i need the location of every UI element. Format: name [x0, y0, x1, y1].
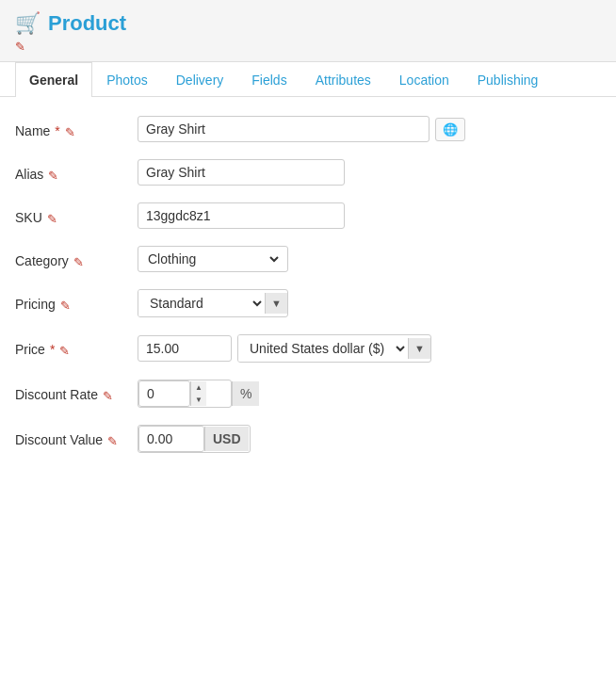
discount-rate-label: Discount Rate ✎ [15, 380, 138, 403]
discount-rate-spinners: ▲ ▼ [190, 381, 206, 406]
sku-row: SKU ✎ [15, 202, 601, 229]
currency-select-wrap[interactable]: United States dollar ($) ▼ [237, 334, 431, 363]
page-title: Product [48, 11, 126, 36]
cart-icon: 🛒 [15, 11, 41, 36]
name-field: 🌐 [138, 116, 601, 142]
sku-label: SKU ✎ [15, 202, 138, 226]
name-required: * [55, 123, 59, 138]
pricing-row: Pricing ✎ Standard ▼ [15, 289, 601, 317]
sku-edit-icon[interactable]: ✎ [47, 212, 57, 226]
alias-field [138, 159, 601, 186]
category-edit-icon[interactable]: ✎ [73, 255, 84, 269]
tab-location[interactable]: Location [385, 62, 463, 97]
pricing-arrow-icon: ▼ [265, 293, 287, 314]
alias-edit-icon[interactable]: ✎ [48, 169, 58, 183]
form-body: Name * ✎ 🌐 Alias ✎ SKU ✎ [0, 97, 616, 489]
discount-value-wrap: USD [138, 425, 251, 453]
alias-label: Alias ✎ [15, 159, 138, 183]
discount-value-field: USD [138, 425, 601, 453]
discount-rate-row: Discount Rate ✎ ▲ ▼ % [15, 380, 601, 408]
pricing-edit-icon[interactable]: ✎ [60, 299, 71, 313]
price-edit-icon[interactable]: ✎ [59, 344, 70, 358]
tabs-bar: General Photos Delivery Fields Attribute… [0, 62, 616, 97]
category-field: Clothing [138, 246, 601, 272]
tab-general[interactable]: General [15, 62, 92, 97]
currency-arrow-icon: ▼ [408, 338, 430, 359]
tab-fields[interactable]: Fields [237, 62, 300, 97]
price-input-row: United States dollar ($) ▼ [138, 334, 601, 363]
discount-value-input[interactable] [138, 426, 204, 452]
translate-button[interactable]: 🌐 [435, 118, 465, 141]
sku-input[interactable] [138, 202, 345, 229]
discount-rate-edit-icon[interactable]: ✎ [103, 389, 113, 403]
discount-value-label: Discount Value ✎ [15, 425, 138, 448]
tab-photos[interactable]: Photos [92, 62, 162, 97]
pricing-field: Standard ▼ [138, 289, 601, 317]
discount-rate-wrap: ▲ ▼ [138, 380, 232, 408]
name-label: Name * ✎ [15, 116, 138, 139]
page-header: 🛒 Product ✎ [0, 0, 616, 62]
category-label: Category ✎ [15, 246, 138, 269]
price-input[interactable] [138, 335, 232, 362]
price-field: United States dollar ($) ▼ [138, 334, 601, 363]
percent-label: % [232, 381, 259, 406]
alias-row: Alias ✎ [15, 159, 601, 186]
price-label: Price * ✎ [15, 334, 138, 358]
name-edit-icon[interactable]: ✎ [65, 125, 75, 139]
discount-rate-down-btn[interactable]: ▼ [191, 394, 206, 406]
currency-select[interactable]: United States dollar ($) [238, 335, 408, 362]
alias-input[interactable] [138, 159, 345, 186]
sku-field [138, 202, 601, 229]
pricing-label: Pricing ✎ [15, 289, 138, 313]
pricing-select-wrap[interactable]: Standard ▼ [138, 289, 288, 317]
price-row: Price * ✎ United States dollar ($) ▼ [15, 334, 601, 363]
pricing-select[interactable]: Standard [138, 290, 265, 316]
header-edit-icon[interactable]: ✎ [15, 40, 25, 54]
name-row: Name * ✎ 🌐 [15, 116, 601, 142]
discount-rate-input[interactable] [138, 380, 190, 407]
name-input-wrap: 🌐 [138, 116, 601, 142]
tab-attributes[interactable]: Attributes [301, 62, 385, 97]
discount-rate-up-btn[interactable]: ▲ [191, 381, 206, 394]
category-select-wrap[interactable]: Clothing [138, 246, 288, 272]
tab-publishing[interactable]: Publishing [463, 62, 553, 97]
discount-rate-field: ▲ ▼ % [138, 380, 601, 408]
category-row: Category ✎ Clothing [15, 246, 601, 272]
name-input[interactable] [138, 116, 430, 142]
category-select[interactable]: Clothing [144, 251, 282, 267]
discount-rate-input-wrap: ▲ ▼ % [138, 380, 601, 408]
discount-value-edit-icon[interactable]: ✎ [107, 434, 118, 448]
tab-delivery[interactable]: Delivery [162, 62, 238, 97]
page-title-wrap: 🛒 Product [15, 11, 601, 36]
discount-value-row: Discount Value ✎ USD [15, 425, 601, 453]
usd-label: USD [204, 427, 249, 451]
price-required: * [50, 342, 55, 357]
